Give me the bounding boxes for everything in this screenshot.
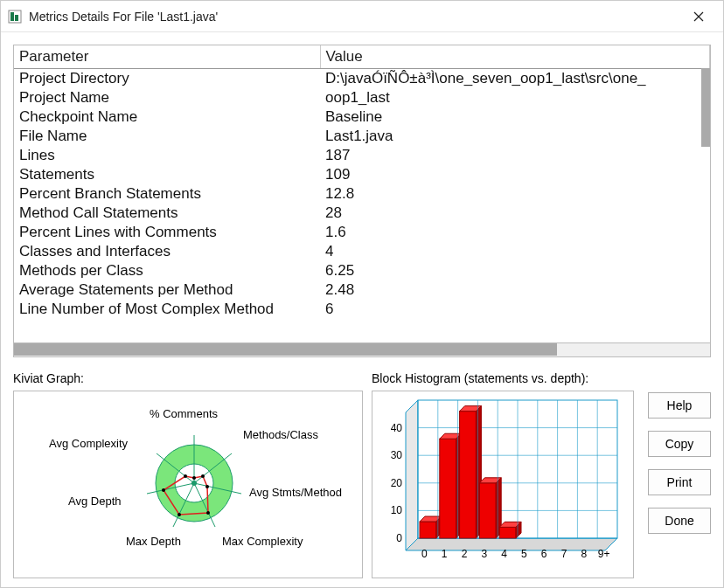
svg-marker-26 xyxy=(406,400,418,550)
close-button[interactable] xyxy=(681,3,716,30)
svg-text:0: 0 xyxy=(396,532,402,544)
copy-button[interactable]: Copy xyxy=(648,431,711,457)
window-title: Metrics Details For File 'Last1.java' xyxy=(29,10,681,24)
close-icon xyxy=(693,11,704,22)
param-cell: Percent Branch Statements xyxy=(14,184,320,204)
dialog-window: Metrics Details For File 'Last1.java' Pa… xyxy=(0,0,724,588)
param-cell: Lines xyxy=(14,146,320,165)
value-cell: 187 xyxy=(320,146,709,165)
svg-rect-53 xyxy=(479,483,496,538)
svg-point-22 xyxy=(162,488,165,492)
svg-rect-58 xyxy=(499,527,516,538)
value-cell: 12.8 xyxy=(320,184,709,204)
svg-text:7: 7 xyxy=(561,548,567,560)
svg-point-21 xyxy=(178,513,181,516)
svg-text:0: 0 xyxy=(421,548,428,560)
table-row[interactable]: Percent Branch Statements12.8 xyxy=(14,184,710,204)
kiviat-title: Kiviat Graph: xyxy=(13,371,363,385)
svg-text:1: 1 xyxy=(442,548,448,560)
value-cell: 4 xyxy=(320,242,709,261)
table-row[interactable]: Statements109 xyxy=(14,165,710,184)
kiviat-label-comments: % Comments xyxy=(150,407,218,420)
value-cell: Baseline xyxy=(320,107,709,127)
kiviat-label-avgdepth: Avg Depth xyxy=(68,495,121,508)
table-row[interactable]: Project Nameoop1_last xyxy=(14,88,710,107)
value-cell: Last1.java xyxy=(320,127,709,146)
table-row[interactable]: Classes and Interfaces4 xyxy=(14,242,710,261)
table-row[interactable]: Percent Lines with Comments1.6 xyxy=(14,223,710,242)
value-cell: 6 xyxy=(320,300,709,319)
svg-rect-38 xyxy=(420,522,436,538)
help-button[interactable]: Help xyxy=(648,392,711,419)
param-cell: Percent Lines with Comments xyxy=(14,223,320,242)
kiviat-label-maxcomp: Max Complexity xyxy=(222,535,303,548)
svg-rect-2 xyxy=(15,15,18,21)
value-cell: 1.6 xyxy=(320,223,709,242)
svg-rect-1 xyxy=(10,12,14,21)
svg-text:9+: 9+ xyxy=(598,548,610,560)
value-cell: 109 xyxy=(320,165,709,184)
param-cell: Project Name xyxy=(14,88,320,107)
content-area: Parameter Value Project DirectoryD:\java… xyxy=(1,32,723,587)
svg-text:20: 20 xyxy=(391,477,403,489)
metrics-table-container: Parameter Value Project DirectoryD:\java… xyxy=(13,45,711,343)
svg-point-20 xyxy=(206,511,210,515)
horizontal-scrollbar-thumb[interactable] xyxy=(14,343,557,356)
param-cell: File Name xyxy=(14,127,320,146)
metrics-table: Parameter Value Project DirectoryD:\java… xyxy=(14,45,710,319)
param-cell: Project Directory xyxy=(14,69,320,89)
value-cell: 2.48 xyxy=(320,280,709,300)
param-cell: Checkpoint Name xyxy=(14,107,320,127)
param-cell: Classes and Interfaces xyxy=(14,242,320,261)
svg-text:3: 3 xyxy=(481,548,487,560)
value-cell: oop1_last xyxy=(320,88,709,107)
histogram-title: Block Histogram (statements vs. depth): xyxy=(372,371,634,385)
value-cell: 28 xyxy=(320,204,709,223)
svg-text:40: 40 xyxy=(391,422,403,434)
svg-point-19 xyxy=(205,485,209,488)
button-column: Help Copy Print Done xyxy=(643,371,711,578)
param-cell: Method Call Statements xyxy=(14,204,320,223)
svg-point-18 xyxy=(201,474,205,478)
kiviat-graph: % Comments Methods/Class Avg Stmts/Metho… xyxy=(13,391,363,578)
kiviat-label-methods: Methods/Class xyxy=(243,428,318,441)
kiviat-label-maxdepth: Max Depth xyxy=(126,535,181,548)
table-row[interactable]: File NameLast1.java xyxy=(14,127,710,146)
svg-text:2: 2 xyxy=(462,548,468,560)
param-cell: Methods per Class xyxy=(14,261,320,280)
svg-point-17 xyxy=(192,476,196,480)
svg-point-23 xyxy=(184,474,187,478)
svg-text:4: 4 xyxy=(501,548,507,560)
value-cell: D:\javaÓïÑÔ±à³Ì\one_seven_oop1_last\src\… xyxy=(320,69,709,89)
kiviat-label-avgcomp: Avg Complexity xyxy=(49,437,128,450)
done-button[interactable]: Done xyxy=(648,508,711,534)
svg-text:10: 10 xyxy=(391,504,403,516)
table-row[interactable]: Checkpoint NameBaseline xyxy=(14,107,710,127)
value-cell: 6.25 xyxy=(320,261,709,280)
svg-text:6: 6 xyxy=(541,548,547,560)
svg-text:8: 8 xyxy=(581,548,587,560)
param-cell: Average Statements per Method xyxy=(14,280,320,300)
app-icon xyxy=(8,10,22,24)
svg-text:5: 5 xyxy=(521,548,527,560)
svg-point-24 xyxy=(191,481,197,486)
svg-rect-43 xyxy=(440,439,456,538)
table-row[interactable]: Average Statements per Method2.48 xyxy=(14,280,710,300)
svg-text:30: 30 xyxy=(391,449,403,461)
bottom-panels: Kiviat Graph: xyxy=(13,371,711,578)
table-row[interactable]: Project DirectoryD:\javaÓïÑÔ±à³Ì\one_sev… xyxy=(14,69,710,89)
table-row[interactable]: Methods per Class6.25 xyxy=(14,261,710,280)
histogram-panel: Block Histogram (statements vs. depth): … xyxy=(372,371,634,578)
param-cell: Statements xyxy=(14,165,320,184)
table-row[interactable]: Method Call Statements28 xyxy=(14,204,710,223)
col-header-parameter[interactable]: Parameter xyxy=(14,45,320,69)
param-cell: Line Number of Most Complex Method xyxy=(14,300,320,319)
vertical-scrollbar-thumb[interactable] xyxy=(701,68,710,147)
table-row[interactable]: Lines187 xyxy=(14,146,710,165)
horizontal-scrollbar[interactable] xyxy=(13,343,711,357)
table-row[interactable]: Line Number of Most Complex Method6 xyxy=(14,300,710,319)
print-button[interactable]: Print xyxy=(648,469,711,495)
kiviat-label-stmts: Avg Stmts/Method xyxy=(249,486,342,499)
histogram-chart: 102030400123456789+0 xyxy=(372,391,634,578)
col-header-value[interactable]: Value xyxy=(320,45,709,69)
